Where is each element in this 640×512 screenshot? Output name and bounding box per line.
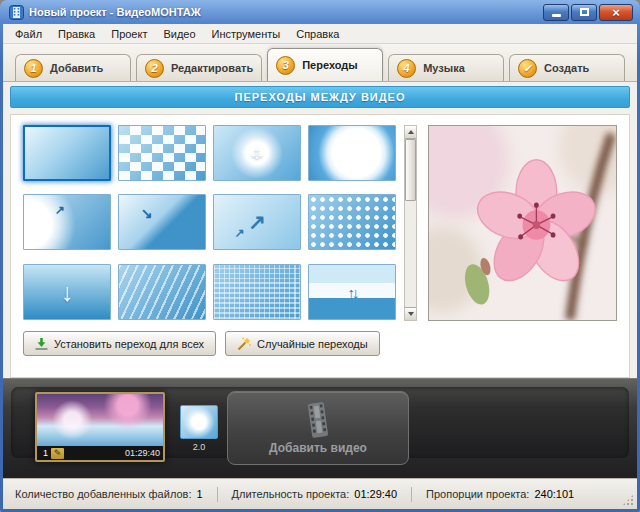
- transitions-grid: ↔ ↕ ↗ ↘ ↗ ↗ ↓: [23, 125, 396, 321]
- maximize-icon: [580, 8, 589, 16]
- app-icon: [9, 5, 24, 20]
- tab-badge-2: 2: [145, 59, 164, 78]
- tab-badge-4: 4: [397, 59, 416, 78]
- tab-label-music: Музыка: [423, 62, 465, 74]
- pattern-arrow-icon: ↗: [248, 210, 266, 234]
- tab-edit[interactable]: 2 Редактировать: [136, 54, 262, 81]
- transition-thumb-4[interactable]: [308, 125, 396, 181]
- edit-pencil-icon[interactable]: ✎: [51, 448, 64, 459]
- clip-thumbnail-image: [37, 394, 163, 446]
- pattern-arrow-icon: ↓: [61, 277, 74, 306]
- transition-duration: 2.0: [179, 442, 219, 452]
- resize-grip[interactable]: [622, 494, 634, 506]
- status-duration-label: Длительность проекта:: [232, 488, 350, 500]
- transitions-panel: ↔ ↕ ↗ ↘ ↗ ↗ ↓: [10, 114, 630, 378]
- status-files-label: Количество добавленных файлов:: [15, 488, 191, 500]
- scroll-down-button[interactable]: [405, 307, 416, 320]
- transition-thumb-11[interactable]: [213, 264, 301, 320]
- minimize-icon: [552, 14, 561, 17]
- green-down-arrow-icon: [35, 337, 48, 350]
- tab-music[interactable]: 4 Музыка: [388, 54, 504, 81]
- window-title: Новый проект - ВидеоМОНТАЖ: [29, 6, 543, 18]
- status-aspect-value: 240:101: [534, 488, 574, 500]
- status-duration-value: 01:29:40: [354, 488, 397, 500]
- tab-add[interactable]: 1 Добавить: [15, 54, 131, 81]
- arrow-up-icon: [408, 130, 414, 134]
- transition-mini-thumb[interactable]: [180, 405, 218, 439]
- clip-duration: 01:29:40: [125, 448, 160, 458]
- transition-thumb-7[interactable]: ↗ ↗: [213, 194, 301, 250]
- preview-flower-image: [429, 126, 616, 320]
- preview-pane: [428, 125, 617, 321]
- pattern-arrow-icon: ↗: [235, 226, 245, 240]
- status-files-value: 1: [196, 488, 202, 500]
- magic-wand-icon: [237, 337, 251, 351]
- app-body: Файл Правка Проект Видео Инструменты Спр…: [3, 24, 637, 509]
- transition-thumb-10[interactable]: [118, 264, 206, 320]
- tab-badge-check: ✓: [518, 59, 537, 78]
- maximize-button[interactable]: [571, 4, 597, 21]
- app-window: Новый проект - ВидеоМОНТАЖ × Файл Правка…: [0, 0, 640, 512]
- add-video-button[interactable]: Добавить видео: [227, 391, 409, 465]
- tabbar: 1 Добавить 2 Редактировать 3 Переходы 4 …: [3, 44, 637, 82]
- statusbar: Количество добавленных файлов: 1 Длитель…: [3, 478, 637, 509]
- tab-label-create: Создать: [544, 62, 589, 74]
- timeline: 1 ✎ 01:29:40 2.0: [3, 378, 637, 478]
- tab-label-add: Добавить: [50, 62, 103, 74]
- arrow-down-icon: [408, 312, 414, 316]
- status-aspect: Пропорции проекта: 240:101: [426, 488, 574, 500]
- add-video-label: Добавить видео: [269, 441, 367, 455]
- tab-label-transitions: Переходы: [302, 59, 358, 71]
- timeline-transition: 2.0: [179, 405, 219, 452]
- transition-thumb-5[interactable]: ↗: [23, 194, 111, 250]
- tab-badge-3: 3: [276, 56, 295, 75]
- section-header: ПЕРЕХОДЫ МЕЖДУ ВИДЕО: [10, 86, 630, 108]
- apply-all-transitions-button[interactable]: Установить переход для всех: [23, 331, 216, 356]
- pattern-arrow-icon: ↘: [141, 205, 153, 221]
- scrollbar-thumb[interactable]: [405, 139, 416, 201]
- menubar: Файл Правка Проект Видео Инструменты Спр…: [3, 24, 637, 44]
- transition-thumb-12[interactable]: ↑↓: [308, 264, 396, 320]
- pattern-arrow-icon: ↗: [55, 203, 65, 217]
- timeline-clip[interactable]: 1 ✎ 01:29:40: [35, 392, 165, 462]
- transition-thumb-1[interactable]: [23, 125, 111, 181]
- status-files: Количество добавленных файлов: 1: [15, 488, 203, 500]
- clip-number: 1: [40, 448, 51, 458]
- pattern-arrow-icon: ↕: [252, 142, 262, 164]
- status-duration: Длительность проекта: 01:29:40: [232, 488, 398, 500]
- transition-thumb-3[interactable]: ↔ ↕: [213, 125, 301, 181]
- status-aspect-label: Пропорции проекта:: [426, 488, 529, 500]
- scroll-up-button[interactable]: [405, 126, 416, 139]
- actions-row: Установить переход для всех Случайные пе…: [11, 321, 629, 356]
- tab-create[interactable]: ✓ Создать: [509, 54, 625, 81]
- menu-project[interactable]: Проект: [103, 26, 155, 42]
- close-button[interactable]: ×: [599, 4, 633, 21]
- menu-video[interactable]: Видео: [155, 26, 203, 42]
- clip-info-bar: 1 ✎ 01:29:40: [37, 446, 163, 460]
- apply-all-label: Установить переход для всех: [54, 338, 204, 350]
- tab-transitions[interactable]: 3 Переходы: [267, 48, 383, 81]
- tab-badge-1: 1: [24, 59, 43, 78]
- menu-help[interactable]: Справка: [288, 26, 347, 42]
- film-strip-icon: [301, 400, 336, 440]
- pattern-arrow-icon: ↔: [248, 142, 267, 164]
- section-header-text: ПЕРЕХОДЫ МЕЖДУ ВИДЕО: [235, 91, 406, 103]
- transition-thumb-9[interactable]: ↓: [23, 264, 111, 320]
- statusbar-separator: [411, 487, 412, 502]
- titlebar[interactable]: Новый проект - ВидеоМОНТАЖ ×: [3, 0, 637, 24]
- statusbar-separator: [217, 487, 218, 502]
- transition-thumb-6[interactable]: ↘: [118, 194, 206, 250]
- window-controls: ×: [543, 4, 633, 21]
- random-label: Случайные переходы: [257, 338, 368, 350]
- minimize-button[interactable]: [543, 4, 569, 21]
- transition-thumb-2[interactable]: [118, 125, 206, 181]
- menu-edit[interactable]: Правка: [50, 26, 103, 42]
- random-transitions-button[interactable]: Случайные переходы: [225, 331, 380, 356]
- tab-label-edit: Редактировать: [171, 62, 253, 74]
- scrollbar[interactable]: [404, 125, 417, 321]
- transition-thumb-8[interactable]: [308, 194, 396, 250]
- menu-tools[interactable]: Инструменты: [204, 26, 289, 42]
- pattern-arrow-icon: ↑↓: [348, 283, 357, 300]
- menu-file[interactable]: Файл: [7, 26, 50, 42]
